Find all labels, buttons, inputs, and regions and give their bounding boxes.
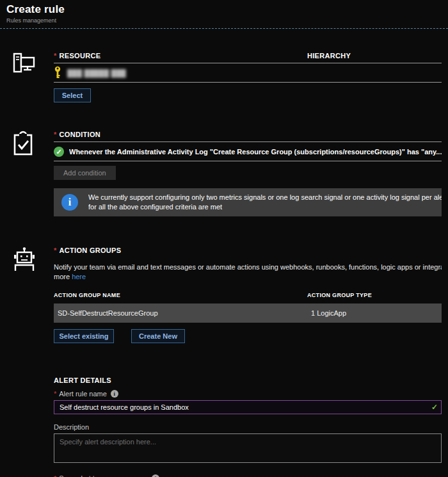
action-groups-header-row: * ACTION GROUPS bbox=[54, 247, 442, 257]
select-resource-button[interactable]: Select bbox=[54, 88, 91, 102]
info-banner-line2: for all the above configured criteria ar… bbox=[88, 202, 442, 212]
computer-resource-icon bbox=[11, 52, 54, 76]
description-label: Description bbox=[54, 423, 442, 431]
robot-icon bbox=[11, 247, 54, 272]
condition-icon-col bbox=[0, 131, 54, 216]
resource-main: *RESOURCE HIERARCHY ███ █████ ███ Select bbox=[54, 52, 448, 102]
col-action-group-type: ACTION GROUP TYPE bbox=[307, 292, 442, 298]
resource-name-redacted: ███ █████ ███ bbox=[67, 69, 126, 77]
alert-rule-name-input-wrap: ✓ bbox=[54, 400, 442, 414]
action-groups-main: * ACTION GROUPS Notify your team via ema… bbox=[54, 247, 448, 343]
page-title: Create rule bbox=[6, 3, 448, 16]
save-alert-rg-label: * Save alert to resource group i bbox=[54, 474, 442, 477]
blade-header: Create rule Rules management bbox=[0, 0, 448, 29]
hierarchy-label: HIERARCHY bbox=[307, 52, 442, 60]
info-icon: i bbox=[61, 194, 78, 211]
required-marker: * bbox=[54, 390, 56, 398]
resource-header-row: *RESOURCE HIERARCHY bbox=[54, 52, 442, 63]
info-banner: i We currently support configuring only … bbox=[54, 188, 442, 216]
action-groups-description-line2: more here bbox=[54, 272, 442, 282]
condition-label: CONDITION bbox=[60, 131, 100, 138]
key-icon bbox=[54, 66, 61, 80]
alert-details-section: ALERT DETAILS * Alert rule name i ✓ Desc… bbox=[54, 376, 442, 477]
resource-row-name-cell: ███ █████ ███ bbox=[54, 66, 126, 80]
page-subtitle: Rules management bbox=[6, 17, 448, 24]
condition-text: Whenever the Administrative Activity Log… bbox=[69, 148, 442, 156]
condition-main: * CONDITION ✓ Whenever the Administrativ… bbox=[54, 131, 448, 216]
info-banner-text: We currently support configuring only tw… bbox=[88, 193, 442, 212]
resource-section: *RESOURCE HIERARCHY ███ █████ ███ Select bbox=[0, 52, 448, 102]
action-group-buttons: Select existing Create New bbox=[54, 329, 442, 343]
action-group-row[interactable]: SD-SelfDestructResourceGroup 1 LogicApp bbox=[54, 303, 442, 323]
required-marker: * bbox=[54, 474, 56, 477]
action-groups-description-line1: Notify your team via email and text mess… bbox=[54, 263, 442, 272]
resource-label: *RESOURCE bbox=[54, 52, 307, 60]
resource-icon-col bbox=[0, 52, 54, 102]
condition-header-row: * CONDITION bbox=[54, 131, 442, 142]
description-textarea-wrap bbox=[54, 433, 442, 465]
action-group-type-cell: 1 LogicApp bbox=[307, 309, 442, 317]
condition-section: * CONDITION ✓ Whenever the Administrativ… bbox=[0, 131, 448, 216]
action-group-table-header: ACTION GROUP NAME ACTION GROUP TYPE bbox=[54, 292, 442, 303]
condition-ok-icon: ✓ bbox=[54, 147, 64, 157]
save-alert-rg-info-icon: i bbox=[152, 474, 159, 477]
learn-more-link[interactable]: here bbox=[72, 273, 86, 280]
description-textarea[interactable] bbox=[54, 433, 442, 463]
alert-details-label: ALERT DETAILS bbox=[54, 376, 442, 384]
add-condition-button[interactable]: Add condition bbox=[54, 166, 116, 180]
action-groups-description: Notify your team via email and text mess… bbox=[54, 263, 442, 282]
select-existing-button[interactable]: Select existing bbox=[54, 329, 114, 343]
action-groups-icon-col bbox=[0, 247, 54, 343]
alert-rule-name-info-icon: i bbox=[111, 390, 118, 398]
alert-rule-name-label: * Alert rule name i bbox=[54, 390, 442, 398]
condition-row[interactable]: ✓ Whenever the Administrative Activity L… bbox=[54, 142, 442, 161]
resource-row[interactable]: ███ █████ ███ bbox=[54, 63, 442, 83]
action-groups-label: ACTION GROUPS bbox=[60, 247, 122, 254]
info-banner-line1: We currently support configuring only tw… bbox=[88, 193, 442, 202]
action-groups-section: * ACTION GROUPS Notify your team via ema… bbox=[0, 247, 448, 343]
create-new-button[interactable]: Create New bbox=[131, 329, 185, 343]
clipboard-check-icon bbox=[11, 131, 54, 156]
required-marker: * bbox=[54, 52, 57, 60]
required-marker: * bbox=[54, 131, 57, 138]
action-group-name-cell: SD-SelfDestructResourceGroup bbox=[54, 309, 307, 317]
alert-rule-name-input[interactable] bbox=[54, 400, 442, 414]
required-marker: * bbox=[54, 247, 57, 254]
col-action-group-name: ACTION GROUP NAME bbox=[54, 292, 307, 298]
